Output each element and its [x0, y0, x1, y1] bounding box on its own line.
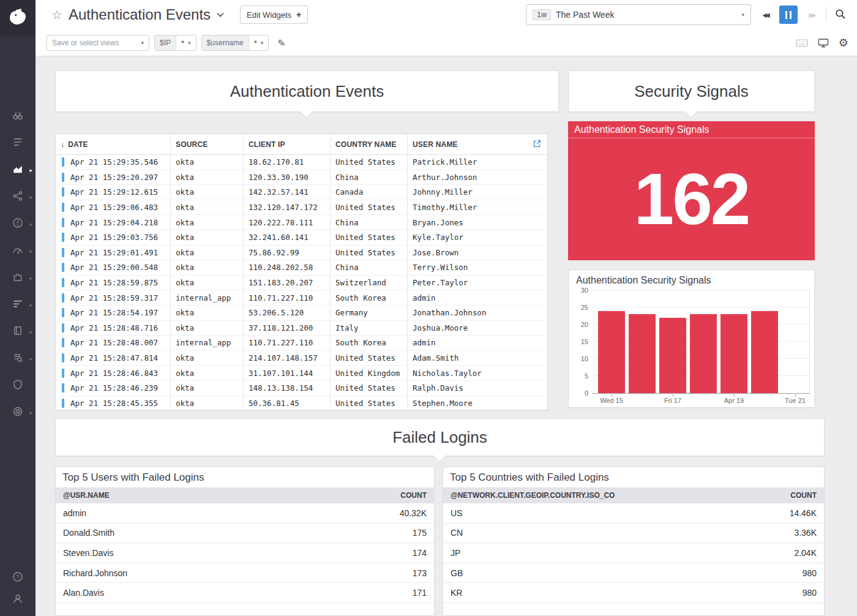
auth-events-group-header[interactable]: Authentication Events — [55, 70, 559, 112]
table-row[interactable]: Apr 21 15:28:48.007internal_app110.71.22… — [56, 336, 547, 351]
table-row: JP2.04K — [443, 543, 824, 563]
table-row[interactable]: Apr 21 15:28:47.814okta214.107.148.157Un… — [56, 351, 547, 366]
column-header-user-name[interactable]: USER NAME — [407, 134, 547, 154]
table-row[interactable]: Apr 21 15:29:01.491okta75.86.92.99United… — [56, 246, 547, 261]
failed-logins-group-header[interactable]: Failed Logins — [55, 418, 825, 456]
gridline — [592, 307, 809, 307]
open-in-log-explorer-icon[interactable] — [533, 140, 541, 151]
sidebar-item-infrastructure[interactable]: ▸ — [0, 184, 36, 211]
log-status-bar — [62, 323, 64, 332]
chart-title: Authentication Security Signals — [569, 270, 814, 287]
chart-bar[interactable] — [690, 314, 717, 393]
row-count: 14.46K — [790, 508, 817, 518]
table-cell: United States — [330, 396, 407, 411]
time-range-selector[interactable]: 1w The Past Week ▾ — [526, 4, 751, 25]
chart-bar[interactable] — [629, 314, 656, 393]
table-row[interactable]: Apr 21 15:29:00.548okta110.248.202.58Chi… — [56, 260, 547, 276]
template-var-username[interactable]: $username * ▾ — [201, 35, 269, 51]
dashboards-icon — [12, 163, 23, 177]
column-header-country-name[interactable]: COUNTRY NAME — [330, 134, 407, 154]
chart-bar[interactable] — [720, 314, 747, 393]
datadog-logo[interactable] — [0, 0, 36, 36]
column-header-usr-name[interactable]: @USR.NAME — [63, 491, 110, 500]
sidebar-item-help[interactable]: ? — [0, 567, 36, 589]
x-axis-tick-mark — [795, 394, 796, 397]
table-row[interactable]: Apr 21 15:29:06.483okta132.120.147.172Un… — [56, 200, 547, 216]
sidebar-item-security[interactable] — [0, 372, 36, 399]
table-row: Steven.Davis174 — [56, 543, 434, 563]
sidebar-item-events[interactable] — [0, 130, 36, 157]
flyout-caret-icon: ▸ — [29, 274, 32, 282]
sidebar-item-monitors[interactable]: ▸ — [0, 211, 36, 238]
sidebar-item-metrics[interactable]: ▸ — [0, 238, 36, 265]
table-cell: 142.32.57.141 — [243, 185, 330, 200]
column-header-country-iso[interactable]: @NETWORK.CLIENT.GEOIP.COUNTRY.ISO_CO — [451, 491, 615, 500]
sidebar-item-apm[interactable]: ▸ — [0, 291, 36, 318]
table-cell: Timothy.Miller — [407, 200, 547, 215]
sidebar-item-logs[interactable]: ▸ — [0, 345, 36, 372]
table-row[interactable]: Apr 21 15:28:48.716okta37.118.121.200Ita… — [56, 321, 547, 336]
saved-views-select[interactable]: Save or select views ▾ — [47, 35, 149, 51]
gear-icon[interactable]: ⚙ — [839, 37, 848, 48]
rewind-button[interactable]: ◀◀ — [756, 6, 774, 24]
forward-button[interactable]: ▶▶ — [803, 6, 821, 24]
column-header-client-ip[interactable]: CLIENT IP — [243, 134, 330, 154]
search-button[interactable] — [831, 6, 850, 24]
table-row[interactable]: Apr 21 15:28:46.843okta31.107.101.144Uni… — [56, 366, 547, 381]
table-row[interactable]: Apr 21 15:29:04.218okta120.222.78.111Chi… — [56, 215, 547, 230]
sidebar-item-integrations[interactable]: ▸ — [0, 265, 36, 291]
log-status-bar — [62, 308, 64, 317]
template-var-ip[interactable]: $IP * ▾ — [154, 35, 196, 51]
chart-bar[interactable] — [659, 318, 686, 393]
edit-widgets-button[interactable]: Edit Widgets + — [240, 6, 308, 24]
table-cell: Apr 21 15:28:59.317 — [56, 290, 170, 305]
table-row[interactable]: Apr 21 15:28:59.875okta151.183.20.207Swi… — [56, 276, 547, 291]
table-row[interactable]: Apr 21 15:29:12.615okta142.32.57.141Cana… — [56, 185, 547, 200]
tv-mode-icon[interactable] — [818, 38, 829, 48]
chart-bar[interactable] — [598, 311, 625, 393]
chart-bar[interactable] — [751, 311, 778, 393]
table-cell: Apr 21 15:28:59.875 — [56, 276, 170, 290]
sidebar-item-dashboards[interactable]: ▸ — [0, 157, 36, 184]
table-cell: Apr 21 15:29:06.483 — [56, 200, 170, 215]
favorite-star-icon[interactable]: ☆ — [51, 7, 62, 22]
column-header-source[interactable]: SOURCE — [170, 134, 243, 154]
column-header-count[interactable]: COUNT — [400, 491, 427, 500]
table-row[interactable]: Apr 21 15:28:45.355okta50.36.81.45United… — [56, 396, 547, 411]
table-row[interactable]: Apr 21 15:28:59.317internal_app110.71.22… — [56, 290, 547, 306]
table-cell: 75.86.92.99 — [243, 246, 330, 260]
keyboard-shortcuts-icon[interactable] — [796, 37, 808, 48]
sidebar-item-synthetics[interactable]: ▸ — [0, 399, 36, 426]
table-row[interactable]: Apr 21 15:29:03.756okta32.241.60.141Unit… — [56, 230, 547, 246]
table-row[interactable]: Apr 21 15:28:54.197okta53.206.5.120Germa… — [56, 306, 547, 321]
group-notch — [433, 450, 446, 462]
column-header-count[interactable]: COUNT — [790, 491, 817, 500]
table-cell: 120.33.30.190 — [243, 170, 330, 185]
infrastructure-icon — [12, 190, 23, 204]
table-row[interactable]: Apr 21 15:29:20.297okta120.33.30.190Chin… — [56, 170, 547, 186]
edit-pencil-icon[interactable]: ✎ — [277, 37, 285, 49]
y-axis-tick-label: 25 — [571, 304, 588, 311]
help-icon: ? — [12, 571, 23, 585]
failed-users-table-header: @USR.NAME COUNT — [56, 487, 434, 503]
sidebar-item-notebooks[interactable]: ▸ — [0, 318, 36, 345]
sidebar-item-watchdog[interactable] — [0, 103, 36, 130]
pause-button[interactable] — [779, 6, 798, 24]
sidebar-item-user[interactable] — [0, 589, 36, 611]
table-cell: Adam.Smith — [407, 351, 547, 366]
security-signals-group-header[interactable]: Security Signals — [568, 70, 815, 112]
column-header-date[interactable]: ↓ DATE — [56, 134, 170, 154]
header: ☆ Authentication Events Edit Widgets + 1… — [36, 0, 857, 56]
table-row: Alan.Davis171 — [56, 583, 434, 603]
table-row[interactable]: Apr 21 15:28:46.239okta148.13.138.154Uni… — [56, 381, 547, 396]
row-count: 3.36K — [794, 528, 817, 538]
table-cell: Bryan.Jones — [407, 215, 547, 230]
header-right-controls: 1w The Past Week ▾ ◀◀ ▶▶ — [526, 4, 850, 25]
table-row[interactable]: Apr 21 15:29:35.546okta18.62.170.81Unite… — [56, 155, 547, 170]
signals-chart-plot: 051015202530Wed 15Fri 17Apr 19Tue 21 — [592, 291, 810, 394]
table-cell: Apr 21 15:28:48.007 — [56, 336, 170, 350]
table-cell: okta — [170, 155, 243, 170]
title-chevron-down-icon[interactable] — [217, 12, 224, 17]
table-cell: Italy — [330, 321, 407, 336]
table-cell: okta — [170, 260, 243, 275]
